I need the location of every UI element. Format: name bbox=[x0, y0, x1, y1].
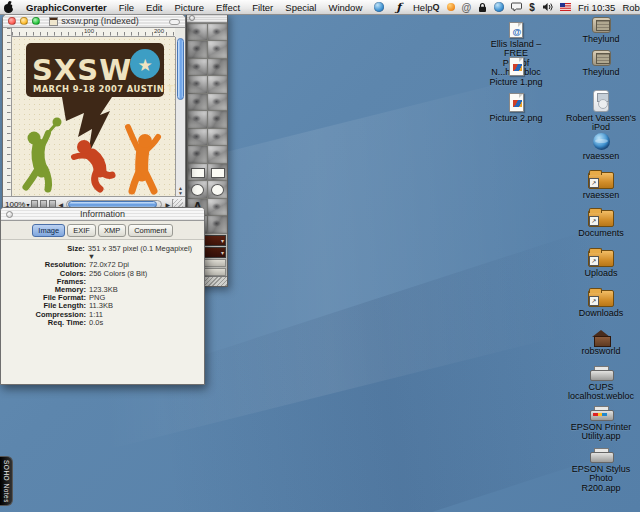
swatch-dropdown-icon[interactable]: ▾ bbox=[221, 249, 224, 256]
folder-alias-icon bbox=[588, 210, 614, 227]
menu-window[interactable]: Window bbox=[328, 2, 362, 13]
chat-bubble-icon[interactable] bbox=[511, 1, 522, 14]
tool-brush-icon[interactable] bbox=[188, 94, 207, 111]
vertical-scrollbar-thumb[interactable] bbox=[177, 38, 184, 100]
volume-icon[interactable] bbox=[542, 1, 553, 14]
tool-eyedropper-icon[interactable] bbox=[188, 129, 207, 146]
menu-file[interactable]: File bbox=[119, 2, 134, 13]
menu-filter[interactable]: Filter bbox=[252, 2, 273, 13]
tab-comment[interactable]: Comment bbox=[128, 224, 173, 237]
tool-marquee-icon[interactable] bbox=[188, 59, 207, 76]
tool-hand-icon[interactable] bbox=[208, 24, 227, 41]
dollar-icon[interactable]: $ bbox=[529, 1, 535, 14]
swatch-dropdown-icon[interactable]: ▾ bbox=[221, 237, 224, 244]
image-window-title: sxsw.png (Indexed) bbox=[61, 16, 139, 26]
tool-line-icon[interactable] bbox=[208, 129, 227, 146]
app-menu[interactable]: GraphicConverter bbox=[26, 2, 107, 13]
menu-edit[interactable]: Edit bbox=[146, 2, 162, 13]
tool-rectangle-icon[interactable] bbox=[188, 164, 207, 181]
tool-grid: A bbox=[187, 23, 227, 234]
horizontal-ruler: 100 200 bbox=[12, 28, 175, 37]
desktop-icon-cups[interactable]: CUPS localhost.webloc bbox=[563, 366, 639, 402]
tab-image[interactable]: Image bbox=[32, 224, 65, 237]
flag-icon[interactable] bbox=[560, 1, 571, 14]
globe-menu-icon[interactable] bbox=[374, 2, 384, 12]
desktop-icon-rvaessen-folder[interactable]: rvaessen bbox=[563, 172, 639, 200]
info-tabs: Image EXIF XMP Comment bbox=[1, 221, 204, 240]
tool-magic-wand-icon[interactable] bbox=[188, 76, 207, 93]
palette-close-button[interactable] bbox=[189, 15, 195, 21]
menu-clock[interactable]: Fri 10:35 bbox=[578, 2, 616, 13]
info-close-button[interactable] bbox=[6, 211, 13, 218]
image-canvas[interactable]: SXSW ★ MARCH 9-18 2007 AUSTIN TX bbox=[12, 37, 177, 196]
desktop-icon-documents[interactable]: Documents bbox=[563, 210, 639, 238]
tool-paint-bucket-icon[interactable] bbox=[208, 111, 227, 128]
vertical-scrollbar[interactable]: ▲ ▼ bbox=[175, 37, 185, 196]
minimize-button[interactable] bbox=[20, 17, 28, 25]
tool-filled-ellipse-icon[interactable] bbox=[208, 181, 227, 198]
tool-wrench-icon[interactable] bbox=[208, 199, 227, 216]
desktop-icon-epson-stylus[interactable]: EPSON Stylus Photo R200.app bbox=[563, 448, 639, 493]
desktop-icon-theylund-2[interactable]: Theylund bbox=[563, 50, 639, 77]
lock-icon[interactable] bbox=[478, 1, 487, 14]
script-menu-icon[interactable]: ƒ bbox=[396, 1, 401, 14]
desktop-icon-rvaessen-globe[interactable]: rvaessen bbox=[563, 133, 639, 161]
poster-title: SXSW bbox=[32, 53, 132, 87]
toolbar-pill-button[interactable] bbox=[169, 19, 180, 25]
tool-lasso-icon[interactable] bbox=[208, 59, 227, 76]
image-window-titlebar[interactable]: sxsw.png (Indexed) bbox=[3, 15, 185, 28]
poster-subtitle: MARCH 9-18 2007 AUSTIN TX bbox=[33, 84, 177, 94]
tool-filled-rectangle-icon[interactable] bbox=[208, 164, 227, 181]
desktop-icon-picture-1[interactable]: Picture 1.png bbox=[481, 57, 551, 87]
desktop-icon-picture-2[interactable]: Picture 2.png bbox=[481, 93, 551, 123]
desktop-icon-epson-utility[interactable]: EPSON Printer Utility.app bbox=[563, 406, 639, 442]
tool-move-icon[interactable] bbox=[188, 41, 207, 58]
tool-spray-icon[interactable] bbox=[208, 146, 227, 163]
menu-special[interactable]: Special bbox=[285, 2, 316, 13]
poster-star: ★ bbox=[137, 55, 152, 75]
tool-eraser-icon[interactable] bbox=[188, 111, 207, 128]
zoom-button[interactable] bbox=[32, 17, 40, 25]
palette-titlebar[interactable] bbox=[187, 14, 227, 23]
soho-notes-tab[interactable]: SOHO Notes bbox=[0, 456, 13, 506]
desktop-icon-downloads[interactable]: Downloads bbox=[563, 290, 639, 318]
house-icon bbox=[592, 330, 611, 345]
tool-pen-icon[interactable] bbox=[208, 76, 227, 93]
tool-pencil-icon[interactable] bbox=[208, 94, 227, 111]
printer-color-icon bbox=[590, 406, 612, 421]
soho-notes-label: SOHO Notes bbox=[3, 460, 10, 503]
png-file-icon bbox=[509, 93, 524, 112]
size-value[interactable]: 351 x 357 pixel (0.1 Megapixel) ▼ bbox=[88, 245, 200, 261]
colors-value: 256 Colors (8 Bit) bbox=[89, 270, 147, 278]
req-time-value: 0.0s bbox=[89, 319, 103, 327]
user-menu[interactable]: Robert Vaessen bbox=[622, 2, 640, 13]
tool-gradient-icon[interactable] bbox=[208, 216, 227, 233]
desktop-icon-robsworld[interactable]: robsworld bbox=[563, 330, 639, 356]
png-file-icon bbox=[509, 57, 524, 76]
apple-menu-icon[interactable] bbox=[4, 2, 14, 13]
tool-magnifier-icon[interactable] bbox=[188, 146, 207, 163]
close-button[interactable] bbox=[8, 17, 16, 25]
orange-ball-icon[interactable] bbox=[447, 3, 455, 11]
swirl-icon[interactable]: @ bbox=[462, 1, 472, 14]
tool-knife-icon[interactable] bbox=[188, 24, 207, 41]
quickeys-icon[interactable]: Q bbox=[433, 1, 440, 14]
desktop-icon-ipod[interactable]: Robert Vaessen's iPod bbox=[563, 90, 639, 133]
printer-icon bbox=[590, 448, 612, 463]
desktop-icon-theylund-1[interactable]: Theylund bbox=[563, 17, 639, 44]
ruler-tick-100: 100 bbox=[83, 28, 95, 34]
menu-picture[interactable]: Picture bbox=[174, 2, 204, 13]
document-proxy-icon[interactable] bbox=[49, 17, 58, 26]
desktop-icon-uploads[interactable]: Uploads bbox=[563, 250, 639, 278]
tab-exif[interactable]: EXIF bbox=[67, 224, 96, 237]
menu-help[interactable]: Help bbox=[413, 2, 433, 13]
tool-ellipse-icon[interactable] bbox=[188, 181, 207, 198]
tab-xmp[interactable]: XMP bbox=[98, 224, 126, 237]
red-figure bbox=[74, 155, 112, 189]
folder-alias-icon bbox=[588, 172, 614, 189]
info-window-titlebar[interactable]: Information bbox=[1, 208, 204, 221]
tool-crop-icon[interactable] bbox=[208, 41, 227, 58]
globe-icon[interactable] bbox=[494, 1, 504, 14]
menu-effect[interactable]: Effect bbox=[216, 2, 240, 13]
ruler-tick-200: 200 bbox=[153, 28, 165, 34]
